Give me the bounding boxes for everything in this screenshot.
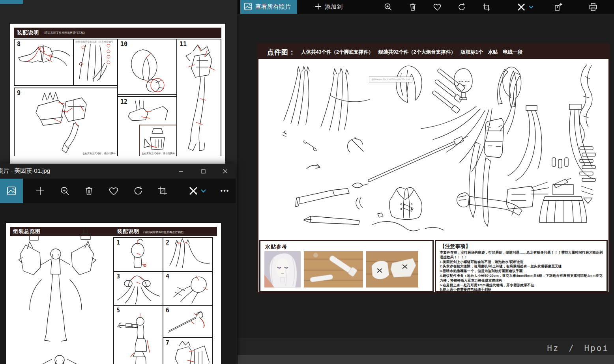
step-panel: 5 — [113, 305, 163, 364]
screen: 查看所有照片 添加到 — [0, 0, 614, 364]
front-photos-window: 照片 - 美因茨-01.jpg — [0, 164, 236, 364]
step-panel: 3 — [113, 271, 163, 306]
note-line: 6.剑上两小链需要连电线绕于剑柄 — [440, 287, 605, 292]
step-number: 12 — [120, 98, 127, 105]
detail-inset — [139, 125, 177, 156]
view-all-photos-label: 查看所有照片 — [255, 3, 291, 11]
note-line: 8.上两龙在龙身上有打孔，作为支撑连接，位于龙和炮台的中间，请注意龙身体的左右。 — [440, 297, 605, 302]
step-number: 3 — [116, 273, 120, 280]
step-panel: 11 — [176, 39, 221, 156]
parts-sheet-title: 点件图： — [267, 48, 296, 57]
step-number: 11 — [180, 41, 187, 48]
parts-diagram-photo: 点件图： 人体共43个件（2个脚底支撑件） 舰装共92个件（2个大炮台支撑件） … — [257, 43, 610, 294]
instruction-sheet-page1: 组装总览图 装配说明 （请以实际零件对照后再进行装配） — [6, 223, 221, 364]
notes-title: 【注意事项】 — [440, 243, 605, 250]
rotate-button[interactable] — [455, 0, 468, 14]
add-to-label: 添加到 — [325, 3, 343, 11]
step-panel: 12 左右安装方式对称，请自行脑补 — [117, 96, 177, 156]
step-number: 1 — [116, 239, 120, 246]
instruction-sheet-page2: 装配说明 （请以实际零件对照后再进行装配） 8 — [10, 24, 225, 164]
favorite-button[interactable] — [431, 0, 444, 14]
crop-button[interactable] — [480, 0, 493, 14]
assembly-overview-art — [10, 237, 113, 364]
decal-photo-head — [264, 251, 301, 289]
background-window-teal-fragment — [0, 0, 23, 4]
favorite-button[interactable] — [105, 179, 122, 203]
parts-sheet-summary: 人体共43个件（2个脚底支撑件） 舰装共92个件（2个大炮台支撑件） 版权标1个… — [301, 49, 522, 56]
step-number: 5 — [116, 307, 120, 314]
step-number: 2 — [166, 239, 169, 246]
crop-button[interactable] — [154, 179, 171, 203]
front-window-title: 照片 - 美因茨-01.jpg — [0, 167, 50, 175]
share-button[interactable] — [552, 0, 565, 14]
note-line: 3.眼睛水贴推荐第一个，但是为达到较好画面建议手画 — [440, 269, 605, 274]
chevron-down-icon[interactable] — [527, 0, 535, 14]
maker-watermark-label: @Miaojun Co.,Ltd ©Yongfild Co.,Ltd — [369, 77, 412, 82]
see-more-label: ••• — [221, 187, 230, 194]
step-panel: 6 — [163, 305, 213, 338]
page2-header: 装配说明 — [17, 29, 39, 36]
step-panel: 按图示顺序安装头发，注意对应编号 — [73, 39, 118, 86]
chevron-down-icon[interactable] — [198, 179, 208, 203]
note-line: 本套件存在：没打磨好的痕迹，打印层纹，缩胶问题……总之有很多问题！！！需花大量时… — [440, 250, 605, 260]
page1-overview-header: 组装总览图 — [13, 228, 41, 235]
hpoi-watermark: Hz / Hpoi — [547, 343, 609, 353]
panel8-caption: 按图示顺序安装头发，注意对应编号 — [75, 40, 113, 44]
step-panel: 8 — [14, 39, 74, 86]
step-panel: 2 — [163, 237, 213, 272]
rotate-button[interactable] — [129, 179, 147, 203]
page1-assembly-header: 装配说明 — [117, 228, 139, 235]
step-number: 8 — [17, 41, 21, 48]
decal-photo-barrels — [304, 251, 363, 289]
background-photos-window: 查看所有照片 添加到 — [237, 0, 614, 364]
view-all-photos-button[interactable]: 查看所有照片 — [240, 0, 297, 14]
zoom-in-button[interactable] — [382, 0, 395, 14]
print-button[interactable] — [586, 0, 600, 14]
front-window-titlebar[interactable]: 照片 - 美因茨-01.jpg — [0, 164, 236, 179]
edit-button[interactable] — [515, 0, 528, 14]
step-number: 9 — [17, 90, 21, 97]
task-band — [238, 355, 614, 364]
decal-photo-hulls — [366, 251, 418, 289]
page1-header-note: （请以实际零件对照后再进行装配） — [142, 230, 186, 234]
maximize-button[interactable] — [194, 164, 212, 179]
parts-linework: @Miaojun Co.,Ltd ©Yongfild Co.,Ltd — [259, 59, 608, 240]
all-photos-icon — [7, 186, 16, 196]
note-line: 4.建议配件准备：地台大小长50*20cm，亚克力棒4mm/5mm共6根，下双炮… — [440, 274, 605, 283]
note-line: 7.炮台件需要上下拼合，打磨至无缝 — [440, 292, 605, 297]
all-photos-button[interactable] — [0, 179, 23, 203]
note-line: 5.右肩膀上有一处孔可用1mm铜丝代替绳，开水塑形效果不佳 — [440, 283, 605, 288]
delete-button[interactable] — [406, 0, 419, 14]
step-number: 10 — [120, 41, 127, 48]
close-button[interactable] — [216, 164, 234, 179]
minimize-button[interactable] — [172, 164, 190, 179]
mirror-caption: 左右安装方式对称，请自行脑补 — [142, 152, 175, 155]
zoom-in-button[interactable] — [56, 179, 73, 203]
step-panel: 9 左右安装方式对称，请自行脑补 — [14, 88, 118, 156]
decal-reference-title: 水贴参考 — [265, 243, 287, 250]
step-panel: 4 — [163, 271, 213, 306]
all-photos-icon — [244, 3, 252, 11]
add-to-button[interactable]: 添加到 — [315, 0, 343, 14]
step-panel: 1 — [113, 237, 163, 272]
step-number: 7 — [166, 339, 169, 346]
front-window-toolbar: ••• — [0, 179, 236, 203]
step-panel: 10 — [117, 39, 177, 95]
mirror-caption: 左右安装方式对称，请自行脑补 — [82, 152, 116, 155]
notes-box: 【注意事项】 本套件存在：没打磨好的痕迹，打印层纹，缩胶问题……总之有很多问题！… — [435, 240, 608, 292]
step-panel: 7 — [163, 337, 213, 364]
parts-sheet-header: 点件图： 人体共43个件（2个脚底支撑件） 舰装共92个件（2个大炮台支撑件） … — [258, 45, 608, 59]
page2-header-note: （请以实际零件对照后再进行装配） — [42, 31, 86, 35]
see-more-button[interactable]: ••• — [216, 179, 234, 203]
delete-button[interactable] — [80, 179, 97, 203]
note-line: 1.美因茨剑上小螺链可能会装不进，请泡热水/切断改造 — [440, 260, 605, 265]
step-number: 6 — [166, 307, 169, 314]
add-icon — [315, 3, 322, 11]
step-number: 4 — [166, 273, 169, 280]
add-button[interactable] — [32, 179, 49, 203]
background-toolbar: 查看所有照片 添加到 — [238, 0, 614, 14]
decal-reference-box: 水贴参考 — [259, 240, 434, 292]
note-line: 2.头发存在较大缝隙，请用磨机/补土补缝，右肩脑后处有一丝头发需要磨至无缝 — [440, 264, 605, 269]
